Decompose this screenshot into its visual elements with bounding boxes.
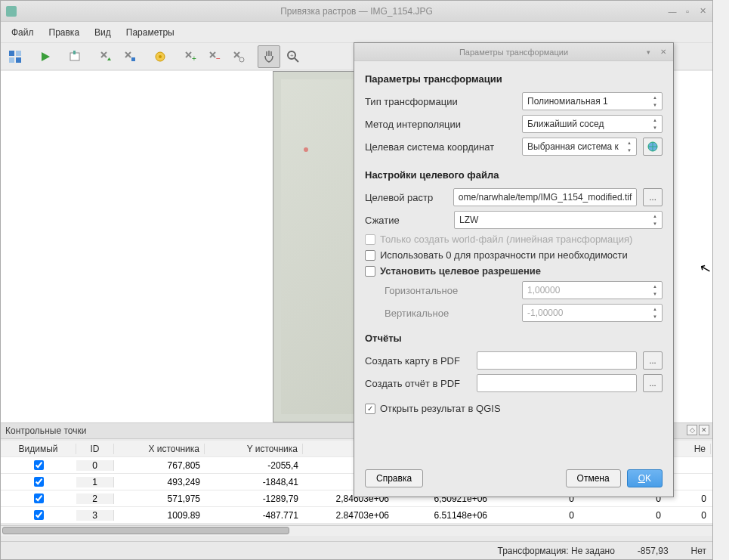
svg-line-16 [295,58,298,62]
cancel-button[interactable]: Отмена [566,469,621,487]
svg-rect-4 [16,57,21,63]
world-file-checkbox-row: Только создать world-файл (линейная тран… [365,234,663,245]
help-button[interactable]: Справка [365,469,423,487]
open-result-row: ✓ Открыть результат в QGIS [365,403,663,414]
vertical-res-input: -1,00000▲▼ [522,304,663,322]
set-resolution-row: Установить целевое разрешение [365,265,663,277]
status-transform: Трансформация: Не задано [498,546,615,556]
row-visible-checkbox[interactable] [34,477,44,487]
open-result-checkbox[interactable]: ✓ [365,404,375,414]
pdf-report-input[interactable] [477,374,637,392]
compression-select[interactable]: LZW▲▼ [454,211,663,229]
run-button[interactable] [34,45,57,68]
dialog-min-button[interactable]: ▾ [641,45,655,59]
close-button[interactable]: ✕ [696,5,709,18]
menu-params[interactable]: Параметры [119,24,182,41]
svg-text:−: − [216,54,221,63]
window-title: Привязка растров — IMG_1154.JPG [280,6,433,17]
statusbar: Трансформация: Не задано -857,93 Нет [1,541,712,559]
interpolation-select[interactable]: Ближайший сосед▲▼ [522,115,663,133]
svg-marker-8 [107,57,111,60]
crs-select[interactable]: Выбранная система к▲▼ [522,138,637,156]
dock-float-button[interactable]: ◇ [687,425,697,435]
svg-text:+: + [192,54,196,63]
crs-picker-button[interactable] [643,138,663,156]
menubar: Файл Правка Вид Параметры [1,22,712,43]
gdal-script-button[interactable] [64,45,87,68]
svg-rect-1 [9,51,14,56]
settings-button[interactable] [149,45,171,68]
menu-view[interactable]: Вид [87,24,119,41]
minimize-button[interactable]: — [666,5,679,18]
svg-point-14 [239,57,244,62]
svg-rect-9 [131,57,135,61]
output-raster-input[interactable]: ome/narwhale/temp/IMG_1154_modified.tif [453,188,637,206]
status-coord: -857,93 [638,546,669,556]
dialog-close-button[interactable]: ✕ [656,45,670,59]
open-raster-button[interactable] [4,45,26,68]
transform-type-select[interactable]: Полиномиальная 1▲▼ [522,92,663,110]
horizontal-res-input: 1,00000▲▼ [522,281,663,299]
ok-button[interactable]: OK [627,469,663,487]
save-gcp-button[interactable] [119,45,141,68]
move-point-button[interactable] [227,45,250,68]
svg-point-11 [159,55,162,58]
svg-text:+: + [290,52,294,59]
svg-rect-0 [6,6,17,17]
section-output: Настройки целевого файла [365,169,663,181]
row-visible-checkbox[interactable] [34,493,44,503]
load-gcp-button[interactable] [94,45,117,68]
zero-transparency-checkbox[interactable] [365,250,375,261]
section-transform: Параметры трансформации [365,73,663,85]
transform-dialog: Параметры трансформации ▾ ✕ Параметры тр… [354,42,674,497]
gcp-marker [304,147,308,152]
pan-button[interactable] [258,45,280,68]
svg-rect-2 [16,51,21,56]
pdf-map-input[interactable] [477,351,637,370]
output-browse-button[interactable]: ... [643,188,663,206]
row-visible-checkbox[interactable] [34,460,44,470]
svg-rect-3 [9,57,14,63]
world-file-checkbox [365,234,375,245]
row-visible-checkbox[interactable] [34,510,44,520]
svg-marker-5 [42,52,50,61]
section-reports: Отчёты [365,333,663,344]
app-icon [5,5,17,17]
add-point-button[interactable]: + [179,45,202,68]
svg-rect-7 [73,51,76,54]
set-resolution-checkbox[interactable] [365,266,375,277]
menu-file[interactable]: Файл [4,24,42,41]
titlebar: Привязка растров — IMG_1154.JPG — ▫ ✕ [1,1,712,22]
dialog-titlebar: Параметры трансформации ▾ ✕ [354,43,673,61]
status-last: Нет [691,546,706,556]
zoom-in-button[interactable]: + [282,45,304,68]
table-scrollbar[interactable] [1,525,712,536]
table-row[interactable]: 31009.89-487.7712.84703e+066.51148e+0600… [1,507,712,524]
pdf-report-browse-button[interactable]: ... [643,374,663,392]
pdf-map-browse-button[interactable]: ... [643,351,663,370]
zero-transparency-row: Использовать 0 для прозрачности при необ… [365,249,663,261]
maximize-button[interactable]: ▫ [681,5,694,18]
dock-close-button[interactable]: ✕ [699,425,709,435]
menu-edit[interactable]: Правка [42,24,88,41]
delete-point-button[interactable]: − [203,45,226,68]
